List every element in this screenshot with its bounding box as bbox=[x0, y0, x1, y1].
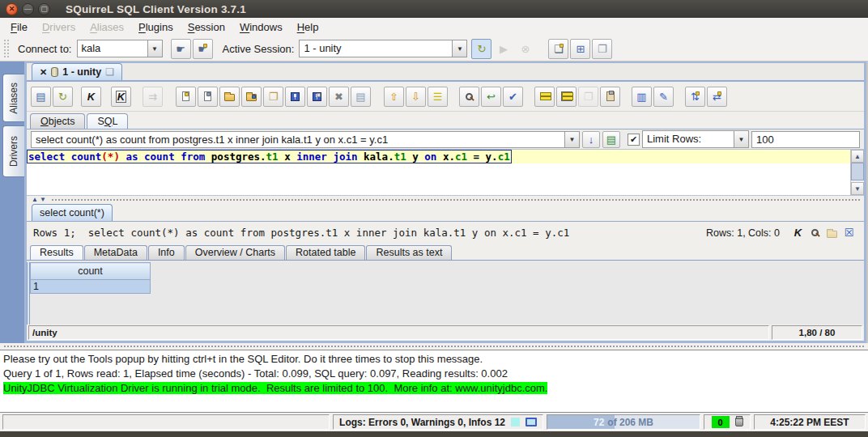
limit-rows-combobox[interactable]: Limit Rows: ▼ bbox=[642, 130, 749, 148]
append-sql-button[interactable]: ↓ bbox=[582, 131, 600, 148]
scrollbar-thumb[interactable] bbox=[851, 163, 864, 180]
result-tab-results[interactable]: Results bbox=[30, 245, 83, 260]
sql-history-button[interactable]: ☰ bbox=[428, 87, 448, 107]
log-status-cell[interactable]: Logs: Errors 0, Warnings 0, Infos 12 bbox=[333, 414, 543, 430]
menu-help[interactable]: Help bbox=[290, 19, 326, 35]
trial-mode-message: UnityJDBC Virtualization Driver is runni… bbox=[0, 381, 868, 396]
minimize-window-button[interactable]: — bbox=[22, 3, 34, 15]
session-tab[interactable]: ✕ 1 - unity ❏ bbox=[32, 63, 122, 80]
previous-sql-icon: ⇧ bbox=[389, 91, 398, 102]
save-sql-button[interactable] bbox=[285, 87, 305, 107]
run-all-sqls-button[interactable]: K bbox=[111, 87, 131, 107]
column-header-count[interactable]: count bbox=[31, 263, 151, 280]
editor-scrollbar[interactable]: ▲ ▼ bbox=[850, 150, 864, 195]
scroll-up-icon[interactable]: ▲ bbox=[851, 150, 864, 163]
result-tab-rotated-table[interactable]: Rotated table bbox=[286, 245, 365, 260]
messages-splitter[interactable] bbox=[0, 343, 868, 350]
table-cell[interactable]: 1 bbox=[31, 280, 151, 294]
bookmarks-button[interactable]: ▥ bbox=[632, 87, 652, 107]
open-recent-files-button[interactable] bbox=[219, 87, 240, 107]
menu-file[interactable]: File bbox=[3, 19, 35, 35]
chevron-down-icon[interactable]: ▼ bbox=[452, 40, 466, 57]
app-window: ✕ — ▢ SQuirreL SQL Client Version 3.7.1 … bbox=[0, 0, 868, 437]
find-in-result-button[interactable] bbox=[806, 224, 823, 241]
tab-sql[interactable]: SQL bbox=[87, 113, 128, 129]
menu-aliases: Aliases bbox=[83, 19, 131, 35]
close-window-button[interactable]: ✕ bbox=[6, 3, 18, 15]
garbage-collect-cell[interactable]: 0 bbox=[704, 414, 751, 430]
result-info-row: Rows 1; select count(*) as count from po… bbox=[27, 222, 864, 244]
chevron-down-icon[interactable]: ▼ bbox=[734, 131, 748, 147]
limit-rows-input[interactable]: 100 bbox=[751, 131, 860, 148]
rerun-sql-icon: K bbox=[794, 227, 802, 238]
next-sql-button[interactable]: ⇩ bbox=[406, 87, 426, 107]
sql-history-combobox[interactable]: select count(*) as count from postgres.t… bbox=[31, 131, 580, 148]
database-icon bbox=[51, 67, 58, 77]
close-session-icon[interactable]: ✕ bbox=[40, 67, 47, 78]
trash-icon[interactable] bbox=[735, 418, 743, 426]
editor-results-splitter[interactable]: ▲ ▼ bbox=[27, 196, 864, 204]
copy-session-icon: ❐ bbox=[598, 44, 607, 54]
validate-sql-button[interactable]: ✔ bbox=[503, 87, 523, 107]
collapse-down-icon[interactable]: ▼ bbox=[40, 197, 46, 203]
sql-history-value: select count(*) as count from postgres.t… bbox=[32, 132, 564, 147]
active-session-combobox[interactable]: 1 - unity ▼ bbox=[299, 40, 467, 57]
clear-sql-button[interactable]: ✖ bbox=[329, 87, 349, 107]
result-tab-results-as-text[interactable]: Results as text bbox=[366, 245, 452, 260]
new-sql-file-button[interactable] bbox=[176, 87, 196, 107]
rerun-sql-button[interactable]: K bbox=[789, 224, 806, 241]
run-all-sqls-icon: K bbox=[117, 91, 126, 102]
import-table-data-button[interactable]: ⇅ bbox=[685, 87, 705, 107]
session-hierarchy-button[interactable]: ⊞ bbox=[570, 39, 590, 59]
scroll-down-icon[interactable]: ▼ bbox=[851, 182, 864, 195]
result-layout-select-button[interactable] bbox=[556, 87, 577, 107]
memory-status-cell[interactable]: 72of 206 MB bbox=[547, 414, 700, 430]
copy-session-button[interactable]: ❐ bbox=[592, 39, 612, 59]
find-in-result-icon bbox=[811, 229, 819, 236]
new-session-window-button[interactable]: ❏ bbox=[548, 39, 568, 59]
menu-session[interactable]: Session bbox=[181, 19, 232, 35]
sql-combo-row: select count(*) as count from postgres.t… bbox=[27, 129, 864, 150]
edit-bookmarks-button[interactable]: ✎ bbox=[653, 87, 674, 107]
session-properties-button[interactable]: ▤ bbox=[31, 87, 51, 107]
session-hierarchy-icon: ⊞ bbox=[576, 44, 585, 54]
result-tab-overview-charts[interactable]: Overview / Charts bbox=[185, 245, 285, 260]
export-table-data-button[interactable]: ⇄ bbox=[707, 87, 727, 107]
log-message: Please try out the Tools popup by hittin… bbox=[0, 352, 868, 367]
refresh-object-tree-button[interactable]: ↻ bbox=[53, 87, 73, 107]
menu-windows[interactable]: Windows bbox=[232, 19, 290, 35]
open-sql-file-button[interactable] bbox=[198, 87, 218, 107]
run-sql-button[interactable]: K bbox=[81, 87, 101, 107]
result-files-icon bbox=[827, 231, 837, 238]
limit-rows-checkbox[interactable]: ✔ bbox=[628, 134, 640, 146]
previous-sql-button[interactable]: ⇧ bbox=[384, 87, 404, 107]
connect-alias-button[interactable]: ☛ bbox=[171, 39, 191, 59]
chevron-down-icon[interactable]: ▼ bbox=[147, 40, 162, 57]
result-tab-metadata[interactable]: MetaData bbox=[84, 245, 147, 260]
sql-editor[interactable]: select count(*) as count from postgres.t… bbox=[27, 150, 864, 196]
chevron-down-icon[interactable]: ▼ bbox=[564, 132, 579, 147]
menu-plugins[interactable]: Plugins bbox=[131, 19, 181, 35]
sync-active-session-button[interactable]: ↻ bbox=[471, 39, 491, 59]
result-tab-info[interactable]: Info bbox=[148, 245, 185, 260]
copy-sql-button[interactable]: ❐ bbox=[263, 87, 283, 107]
paste-from-history-button[interactable] bbox=[600, 87, 620, 107]
connect-to-combobox[interactable]: kala ▼ bbox=[77, 40, 163, 57]
tab-objects[interactable]: Objects bbox=[30, 113, 85, 129]
print-sql-button[interactable]: ▤ bbox=[351, 87, 371, 107]
file-history-button[interactable] bbox=[241, 87, 262, 107]
sql-list-button[interactable]: ▤ bbox=[602, 131, 620, 148]
collapse-up-icon[interactable]: ▲ bbox=[32, 197, 38, 203]
log-viewer-icon[interactable] bbox=[525, 418, 537, 426]
find-button[interactable] bbox=[459, 87, 479, 107]
reformat-sql-button[interactable]: ↩ bbox=[481, 87, 501, 107]
tab-aliases[interactable]: Aliases bbox=[2, 74, 24, 122]
close-result-tab-button[interactable]: ☒ bbox=[840, 224, 857, 241]
connect-alias-new-session-button[interactable]: ☛ bbox=[193, 39, 213, 59]
maximize-window-button[interactable]: ▢ bbox=[38, 3, 50, 15]
tab-drivers[interactable]: Drivers bbox=[2, 125, 24, 177]
result-layout-button[interactable] bbox=[534, 87, 555, 107]
toolbar-grip[interactable] bbox=[3, 39, 10, 58]
result-set-tab[interactable]: select count(*) bbox=[32, 204, 113, 221]
save-sql-as-button[interactable] bbox=[307, 87, 327, 107]
